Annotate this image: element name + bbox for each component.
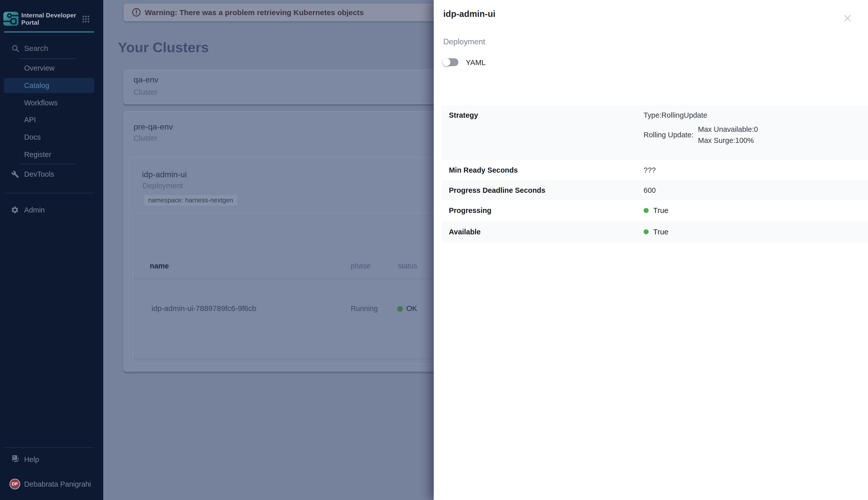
- sidebar-item-register[interactable]: Register: [24, 150, 52, 159]
- column-header-phase[interactable]: phase: [351, 262, 371, 270]
- warning-text: Warning: There was a problem retrieving …: [145, 8, 364, 16]
- sidebar-item-admin[interactable]: Admin: [24, 206, 45, 215]
- help-chat-icon: ?: [11, 455, 19, 463]
- detail-label: Strategy: [442, 105, 641, 120]
- rolling-update-label: Rolling Update:: [644, 130, 693, 139]
- detail-value: 600: [641, 186, 868, 194]
- deployment-details-table: Strategy Type:RollingUpdate Rolling Upda…: [442, 105, 868, 243]
- sidebar-item-label: Catalog: [24, 81, 49, 90]
- sidebar-item-catalog[interactable]: Catalog: [4, 78, 94, 93]
- apps-grid-icon[interactable]: [82, 15, 90, 23]
- detail-row-min-ready-seconds: Min Ready Seconds ???: [442, 160, 868, 180]
- column-header-name[interactable]: name: [150, 262, 169, 270]
- sidebar-item-workflows[interactable]: Workflows: [24, 99, 58, 107]
- sidebar-brand-divider: [4, 32, 94, 33]
- close-icon[interactable]: [844, 15, 851, 22]
- detail-label: Progressing: [442, 206, 641, 215]
- idp-logo[interactable]: [3, 12, 19, 26]
- user-name[interactable]: Debabrata Panigrahi: [24, 480, 91, 489]
- page-title: Your Clusters: [118, 39, 209, 56]
- cluster-kind: Cluster: [134, 88, 158, 96]
- deployment-details-drawer: idp-admin-ui Deployment YAML Strategy Ty…: [434, 0, 868, 500]
- max-unavailable: Max Unavailable:0: [698, 125, 758, 134]
- detail-value: ???: [641, 166, 868, 174]
- sidebar-search[interactable]: Search: [0, 44, 103, 56]
- pod-name: idp-admin-ui-7889789fc6-9f6cb: [152, 305, 256, 313]
- warning-icon: [132, 8, 141, 17]
- sidebar-item-api[interactable]: API: [24, 115, 36, 125]
- detail-label: Min Ready Seconds: [442, 166, 641, 174]
- status-text: True: [653, 228, 669, 236]
- pod-phase: Running: [351, 305, 378, 313]
- detail-label: Progress Deadline Seconds: [442, 186, 641, 194]
- search-underline: [19, 58, 76, 59]
- status-true-dot: [644, 208, 649, 213]
- detail-row-progress-deadline-seconds: Progress Deadline Seconds 600: [442, 180, 868, 200]
- sidebar-item-help[interactable]: Help: [24, 455, 39, 464]
- max-surge: Max Surge:100%: [698, 136, 758, 145]
- sliders-logo-icon: [3, 12, 19, 26]
- status-true-dot: [644, 229, 649, 234]
- strategy-value: Type:RollingUpdate Rolling Update: Max U…: [641, 105, 868, 147]
- app-viewport: Internal Developer Portal Search Overvie…: [0, 0, 868, 500]
- cluster-kind: Cluster: [134, 134, 158, 143]
- deployment-name: idp-admin-ui: [142, 170, 187, 179]
- sidebar-divider: [4, 193, 94, 193]
- sidebar: Internal Developer Portal Search Overvie…: [0, 0, 103, 500]
- status-ok-dot: [397, 306, 403, 311]
- avatar[interactable]: DP: [10, 479, 20, 489]
- yaml-toggle[interactable]: [443, 58, 458, 66]
- wrench-icon: [11, 170, 19, 178]
- status-text: True: [653, 206, 669, 215]
- sidebar-item-docs[interactable]: Docs: [24, 133, 41, 142]
- strategy-type: Type:RollingUpdate: [644, 111, 868, 119]
- search-icon: [12, 45, 19, 52]
- detail-row-progressing: Progressing True: [442, 200, 868, 221]
- column-header-status[interactable]: status: [398, 262, 418, 270]
- detail-label: Available: [442, 228, 641, 236]
- cluster-name: pre-qa-env: [134, 122, 173, 131]
- sidebar-divider: [19, 163, 76, 164]
- detail-row-available: Available True: [442, 221, 868, 243]
- sidebar-item-overview[interactable]: Overview: [24, 64, 55, 73]
- toggle-thumb: [443, 58, 450, 66]
- app-title: Internal Developer Portal: [21, 12, 81, 26]
- sidebar-divider: [4, 447, 94, 448]
- detail-value-status: True: [641, 228, 868, 236]
- svg-text:?: ?: [13, 456, 15, 460]
- detail-row-strategy: Strategy Type:RollingUpdate Rolling Upda…: [442, 105, 868, 160]
- gear-icon: [11, 206, 19, 214]
- deployment-kind: Deployment: [143, 182, 183, 190]
- drawer-subtitle: Deployment: [443, 37, 485, 46]
- cluster-name: qa-env: [134, 75, 159, 84]
- sidebar-item-devtools[interactable]: DevTools: [24, 170, 54, 179]
- search-label: Search: [24, 44, 48, 53]
- namespace-chip: namespace: harness-nextgen: [144, 195, 237, 206]
- drawer-title: idp-admin-ui: [443, 9, 496, 19]
- pod-status: OK: [406, 305, 417, 313]
- detail-value-status: True: [641, 206, 868, 215]
- yaml-toggle-label: YAML: [466, 58, 486, 67]
